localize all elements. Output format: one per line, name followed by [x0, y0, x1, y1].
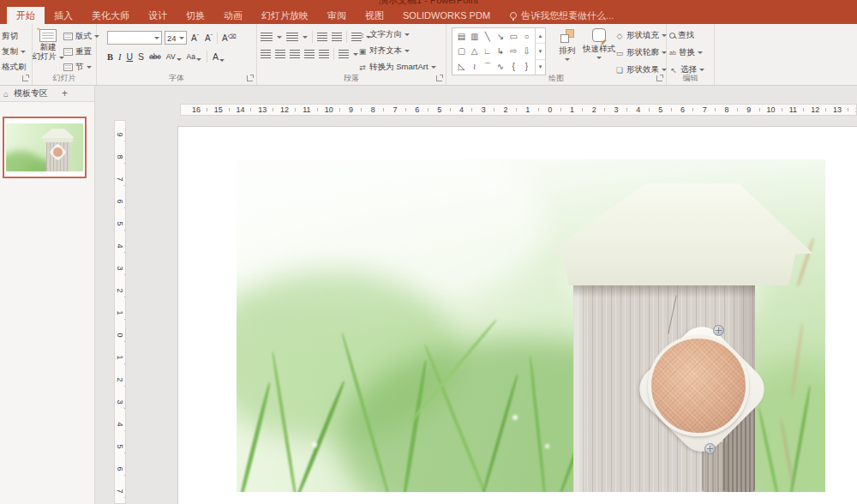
shape-icon[interactable]: △ [468, 45, 481, 57]
font-dialog-launcher-icon[interactable] [247, 75, 253, 81]
character-spacing-button[interactable]: AV [166, 52, 182, 61]
add-tab-button[interactable]: + [62, 87, 68, 99]
ruler-number: 7 [114, 174, 126, 184]
bold-button[interactable]: B [107, 52, 113, 62]
shape-icon[interactable]: ⌒ [481, 60, 494, 73]
ruler-number: 5 [428, 105, 451, 115]
slide-canvas[interactable] [177, 126, 857, 504]
tab-review[interactable]: 审阅 [318, 7, 356, 24]
strikethrough-button[interactable]: abc [149, 52, 161, 61]
shape-icon[interactable]: ∟ [481, 45, 494, 57]
layout-button[interactable]: 版式 [63, 30, 99, 42]
slide-photo[interactable] [237, 159, 825, 492]
font-size-combobox[interactable]: 24 [165, 31, 187, 45]
text-direction-button[interactable]: ↕ 文字方向 [358, 29, 436, 40]
italic-button[interactable]: I [118, 52, 122, 62]
align-right-button[interactable] [290, 50, 300, 58]
change-case-button[interactable]: Aa [187, 52, 201, 61]
convert-smartart-button[interactable]: ⇄ 转换为 SmartArt [358, 62, 436, 73]
copy-button[interactable]: 复制 [2, 44, 32, 59]
arrange-button[interactable]: 排列 [553, 28, 582, 61]
shapes-gallery[interactable]: ▤▥╲↘▭○ ▢△∟↳⇨⇩ ◺≀⌒∿{} ▲ ▼ ▼ [452, 27, 546, 75]
align-center-button[interactable] [275, 50, 285, 58]
tab-transitions[interactable]: 切换 [177, 7, 214, 24]
format-painter-button[interactable]: 格式刷 [2, 59, 32, 75]
text-shadow-button[interactable]: S [138, 51, 144, 62]
shape-icon[interactable]: ↘ [494, 30, 507, 43]
ruler-number: 10 [760, 105, 782, 115]
decrease-indent-button[interactable] [317, 33, 327, 41]
chevron-down-icon [277, 36, 282, 39]
replace-icon: ab [669, 50, 676, 56]
shape-icon[interactable]: ▤ [455, 30, 468, 43]
tab-design[interactable]: 设计 [139, 7, 177, 24]
replace-button[interactable]: ab 替换 [669, 47, 714, 58]
ruler-number: 8 [114, 152, 126, 162]
font-name-combobox[interactable] [107, 31, 162, 45]
tab-solidworks-pdm[interactable]: SOLIDWORKS PDM [393, 7, 500, 24]
align-left-button[interactable] [261, 50, 271, 58]
scroll-up-icon[interactable]: ▲ [536, 28, 545, 43]
chevron-down-icon [196, 58, 201, 61]
shape-outline-button[interactable]: ▭ 形状轮廓 [615, 47, 667, 58]
ruler-number: 7 [693, 105, 716, 115]
shape-icon[interactable]: ╲ [481, 30, 494, 43]
justify-button[interactable] [304, 50, 315, 58]
ruler-number: 4 [451, 105, 473, 115]
quick-styles-button[interactable]: 快速样式 [582, 28, 616, 59]
slides-group-label: 幻灯片 [33, 73, 96, 84]
section-button[interactable]: 节 [63, 61, 99, 73]
ruler-number: 14 [230, 105, 252, 115]
clear-formatting-button[interactable]: A⌫ [220, 33, 238, 43]
shape-icon[interactable]: ⇨ [507, 45, 520, 57]
font-color-button[interactable]: A [213, 51, 225, 62]
numbering-button[interactable] [286, 33, 298, 41]
arrange-icon [560, 28, 575, 44]
tab-view[interactable]: 视图 [356, 7, 393, 24]
shape-icon[interactable]: ↳ [494, 45, 507, 57]
scroll-down-icon[interactable]: ▼ [536, 43, 545, 58]
tab-meihua-dashi[interactable]: 美化大师 [82, 7, 139, 24]
shape-icon[interactable]: ▥ [468, 30, 481, 43]
tab-animations[interactable]: 动画 [214, 7, 252, 24]
title-bar: 演示文稿1 - PowerPoint 开始 插入 美化大师 设计 切换 动画 幻… [0, 0, 857, 24]
ruler-number: 8 [362, 105, 384, 115]
ruler-number: 11 [782, 105, 805, 115]
tell-me-box[interactable]: 告诉我您想要做什么... [510, 7, 614, 24]
shape-icon[interactable]: ⇩ [520, 45, 533, 57]
shape-icon[interactable]: ▢ [455, 45, 468, 57]
find-button[interactable]: 查找 [669, 30, 714, 41]
align-text-button[interactable]: ▣ 对齐文本 [358, 45, 436, 57]
slide-thumbnail-selected[interactable] [3, 117, 87, 178]
paragraph-dialog-launcher-icon[interactable] [436, 75, 442, 81]
horizontal-ruler: 1615141312111098765432101234567891011121… [180, 104, 857, 116]
shrink-font-button[interactable]: Aˇ [203, 33, 214, 43]
tab-slideshow[interactable]: 幻灯片放映 [252, 7, 318, 24]
template-zone-tab[interactable]: 模板专区 [14, 87, 48, 99]
increase-indent-button[interactable] [332, 33, 342, 41]
shape-icon[interactable]: { [507, 60, 520, 73]
tab-home[interactable]: 开始 [7, 7, 45, 24]
shape-icon[interactable]: ◺ [455, 60, 468, 73]
shape-icon[interactable]: ≀ [468, 60, 481, 73]
shape-icon[interactable]: ∿ [494, 60, 507, 73]
reset-button[interactable]: 重置 [63, 45, 99, 57]
drawing-dialog-launcher-icon[interactable] [656, 75, 662, 81]
columns-button[interactable] [339, 50, 349, 58]
tab-insert[interactable]: 插入 [45, 7, 82, 24]
grow-font-button[interactable]: Aˆ [189, 33, 201, 43]
shape-icon[interactable]: ▭ [507, 30, 520, 43]
distribute-button[interactable] [319, 50, 329, 58]
shape-fill-icon: ◇ [615, 32, 624, 40]
shape-fill-button[interactable]: ◇ 形状填充 [615, 30, 667, 41]
ruler-number: 4 [114, 419, 126, 429]
shape-icon[interactable]: } [520, 60, 533, 73]
clipboard-dialog-launcher-icon[interactable] [22, 75, 28, 81]
shape-icon[interactable]: ○ [520, 30, 533, 43]
bullets-button[interactable] [261, 33, 273, 41]
vertical-ruler: 987654321012345678 [114, 120, 126, 504]
chevron-down-icon [431, 66, 436, 69]
underline-button[interactable]: U [127, 51, 134, 62]
chevron-down-icon [303, 36, 308, 39]
cut-button[interactable]: 剪切 [2, 28, 32, 44]
